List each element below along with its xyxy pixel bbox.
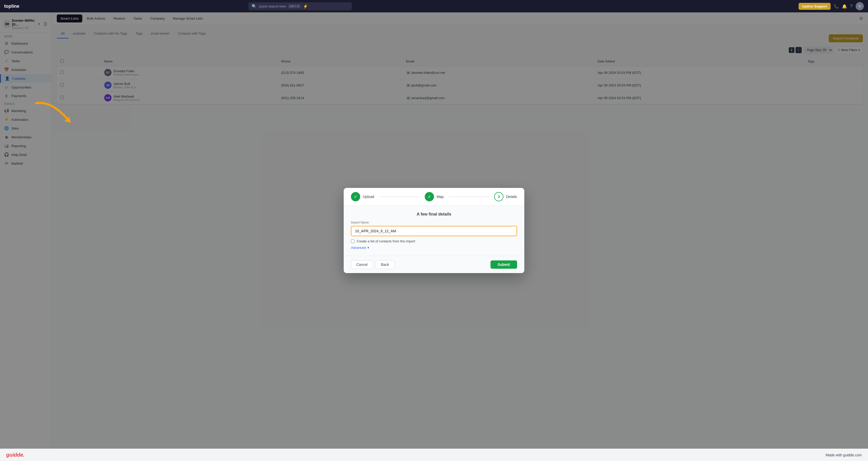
import-name-label: Import Name [351, 221, 517, 224]
app-logo: topline [4, 4, 19, 9]
support-button[interactable]: topline Support [799, 3, 831, 10]
step-upload: ✓ Upload [351, 192, 374, 201]
step-map: ✓ Map [425, 192, 443, 201]
svg-marker-0 [64, 117, 71, 123]
lightning-icon: ⚡ [303, 4, 308, 9]
step-map-circle: ✓ [425, 192, 434, 201]
submit-button[interactable]: Submit [491, 260, 517, 269]
guidde-logo: guidde. [6, 452, 25, 458]
create-list-checkbox[interactable] [351, 240, 354, 243]
advanced-label: Advanced [351, 246, 366, 250]
chevron-down-icon: ▾ [367, 246, 369, 250]
guidde-tagline: Made with guidde.com [826, 453, 862, 457]
topnav-right: topline Support 📞 🔔 ? U [799, 2, 864, 10]
step-upload-label: Upload [363, 195, 374, 199]
modal-footer-left: Cancel Back [351, 260, 395, 269]
modal-body: A few final details Import Name Create a… [344, 206, 524, 256]
step-details-circle: 3 [494, 192, 503, 201]
bell-icon[interactable]: 🔔 [842, 4, 847, 9]
step-upload-circle: ✓ [351, 192, 360, 201]
import-name-input[interactable] [351, 226, 517, 236]
cancel-button[interactable]: Cancel [351, 260, 373, 269]
import-modal: ✓ Upload ✓ Map 3 Details A few final det… [344, 188, 524, 273]
step-separator-1 [379, 196, 420, 197]
search-shortcut: Ctrl + K [288, 4, 301, 8]
guidde-footer: guidde. Made with guidde.com [0, 449, 868, 461]
step-details: 3 Details [494, 192, 517, 201]
step-details-label: Details [506, 195, 517, 199]
modal-footer: Cancel Back Submit [344, 256, 524, 273]
step-map-label: Map [437, 195, 443, 199]
arrow-annotation [31, 98, 78, 130]
stepper: ✓ Upload ✓ Map 3 Details [344, 188, 524, 206]
create-list-label: Create a list of contacts from the impor… [356, 239, 415, 243]
search-bar[interactable]: 🔍 Quick search here Ctrl + K ⚡ [248, 2, 352, 10]
step-separator-2 [449, 196, 489, 197]
create-list-row: Create a list of contacts from the impor… [351, 239, 517, 243]
user-avatar[interactable]: U [856, 2, 864, 10]
import-name-group: Import Name [351, 221, 517, 236]
back-button[interactable]: Back [376, 260, 395, 269]
top-navigation: topline 🔍 Quick search here Ctrl + K ⚡ t… [0, 0, 868, 12]
modal-title: A few final details [351, 212, 517, 217]
search-icon: 🔍 [252, 4, 257, 9]
advanced-toggle[interactable]: Advanced ▾ [351, 246, 517, 250]
help-icon[interactable]: ? [850, 4, 852, 8]
modal-overlay: ✓ Upload ✓ Map 3 Details A few final det… [0, 12, 868, 449]
phone-icon[interactable]: 📞 [834, 4, 839, 9]
search-placeholder: Quick search here [259, 4, 286, 8]
